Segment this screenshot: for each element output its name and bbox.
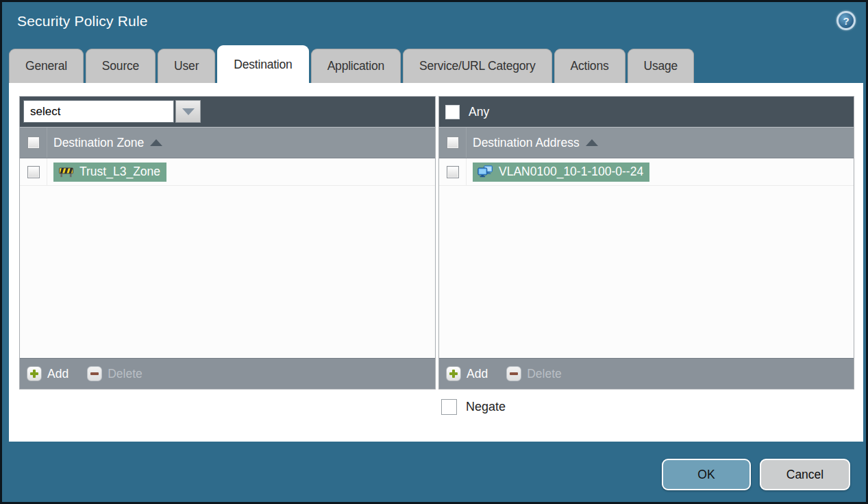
tab-service-url-category[interactable]: Service/URL Category <box>403 49 551 83</box>
tab-user[interactable]: User <box>158 49 215 83</box>
negate-label: Negate <box>466 400 506 414</box>
destination-zone-panel: select Destination Zone <box>19 96 436 389</box>
zone-barrier-icon <box>58 166 74 178</box>
security-policy-rule-dialog: Security Policy Rule ? General Source Us… <box>0 0 868 504</box>
minus-icon <box>87 366 102 381</box>
zone-row[interactable]: Trust_L3_Zone <box>20 158 435 186</box>
tab-source[interactable]: Source <box>86 49 156 83</box>
cancel-button[interactable]: Cancel <box>760 459 850 490</box>
address-row-checkbox-cell <box>439 158 467 185</box>
zone-select-input[interactable]: select <box>23 100 174 123</box>
destination-address-panel: Any Destination Address <box>438 96 854 389</box>
dropdown-arrow <box>182 108 195 115</box>
delete-address-label: Delete <box>527 367 562 381</box>
address-chip[interactable]: VLAN0100_10-1-100-0--24 <box>473 163 649 182</box>
zone-select-all-checkbox[interactable] <box>27 136 40 149</box>
delete-address-button[interactable]: Delete <box>506 366 562 381</box>
zone-chip[interactable]: Trust_L3_Zone <box>53 163 166 182</box>
add-address-button[interactable]: Add <box>446 366 488 381</box>
any-row: Any <box>445 97 489 127</box>
help-icon[interactable]: ? <box>836 11 856 30</box>
plus-icon <box>27 366 42 381</box>
tab-actions[interactable]: Actions <box>554 49 625 83</box>
address-column-header-row: Destination Address <box>439 127 854 158</box>
zone-column-header[interactable]: Destination Zone <box>53 136 144 150</box>
address-column-header[interactable]: Destination Address <box>473 136 580 150</box>
zone-toolbar: Add Delete <box>20 358 435 389</box>
add-address-label: Add <box>467 367 488 381</box>
dialog-title: Security Policy Rule <box>17 13 148 29</box>
delete-zone-button[interactable]: Delete <box>87 366 142 381</box>
address-select-all-checkbox[interactable] <box>447 136 459 149</box>
address-row-label: VLAN0100_10-1-100-0--24 <box>499 165 643 179</box>
network-computers-icon <box>478 165 493 178</box>
address-list: VLAN0100_10-1-100-0--24 <box>439 158 854 358</box>
zone-column-header-row: Destination Zone <box>20 127 435 158</box>
zone-row-checkbox-cell <box>20 158 47 185</box>
tab-bar: General Source User Destination Applicat… <box>9 45 694 83</box>
minus-icon <box>506 366 521 381</box>
sort-ascending-icon[interactable] <box>586 139 598 146</box>
destination-tab-content: select Destination Zone <box>9 83 863 442</box>
plus-icon <box>446 366 461 381</box>
negate-checkbox[interactable] <box>441 399 457 415</box>
zone-list: Trust_L3_Zone <box>20 158 435 358</box>
delete-zone-label: Delete <box>108 367 142 381</box>
tab-application[interactable]: Application <box>311 49 401 83</box>
add-zone-button[interactable]: Add <box>27 366 69 381</box>
title-bar: Security Policy Rule ? <box>2 2 866 45</box>
address-select-all-cell <box>439 128 467 158</box>
negate-option: Negate <box>441 399 506 415</box>
any-checkbox[interactable] <box>445 105 460 119</box>
address-row-checkbox[interactable] <box>447 166 459 178</box>
ok-button[interactable]: OK <box>662 459 751 490</box>
any-label: Any <box>469 105 489 119</box>
tab-destination[interactable]: Destination <box>217 45 308 83</box>
zone-select-combobox: select <box>23 100 201 123</box>
address-panel-top-bar: Any <box>439 97 854 127</box>
sort-ascending-icon[interactable] <box>150 139 162 146</box>
add-zone-label: Add <box>47 367 69 381</box>
tab-general[interactable]: General <box>9 49 84 83</box>
address-row[interactable]: VLAN0100_10-1-100-0--24 <box>439 158 854 186</box>
zone-row-label: Trust_L3_Zone <box>79 165 160 179</box>
zone-select-all-cell <box>20 128 47 158</box>
chevron-down-icon[interactable] <box>175 100 201 123</box>
zone-panel-top-bar: select <box>20 97 435 127</box>
tab-usage[interactable]: Usage <box>628 49 695 83</box>
zone-row-checkbox[interactable] <box>27 166 40 178</box>
address-toolbar: Add Delete <box>439 358 854 389</box>
